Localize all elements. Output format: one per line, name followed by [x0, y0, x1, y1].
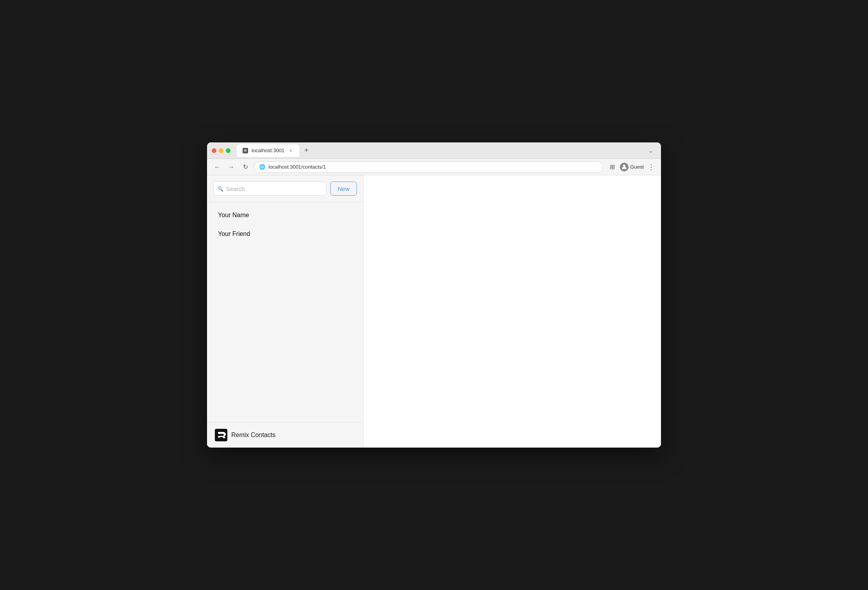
back-button[interactable]: ← — [212, 162, 223, 173]
active-tab[interactable]: R localhost:3001 × — [237, 144, 299, 157]
url-text: localhost:3001/contacts/1 — [268, 164, 326, 170]
favicon-icon: R — [243, 148, 248, 153]
sidebar-header: 🔍 New — [207, 175, 363, 202]
profile-avatar-icon — [620, 163, 628, 171]
minimize-traffic-light[interactable] — [219, 148, 223, 153]
traffic-lights — [212, 148, 231, 153]
tab-bar-right: ⌄ — [645, 146, 656, 155]
tab-bar: R localhost:3001 × + ⌄ — [237, 144, 656, 157]
sidebar-toggle-button[interactable]: ⊞ — [607, 162, 618, 173]
search-wrapper: 🔍 — [213, 182, 326, 196]
tab-chevron-icon[interactable]: ⌄ — [645, 146, 656, 155]
tab-close-button[interactable]: × — [288, 148, 294, 154]
contact-name: Your Name — [218, 212, 249, 218]
contacts-list: Your Name Your Friend — [207, 202, 363, 422]
contact-name: Your Friend — [218, 230, 250, 237]
contact-item[interactable]: Your Name — [210, 206, 360, 224]
remix-logo — [215, 429, 227, 441]
tab-favicon: R — [242, 148, 249, 154]
address-bar[interactable]: 🌐 localhost:3001/contacts/1 — [254, 161, 603, 173]
title-bar: R localhost:3001 × + ⌄ — [207, 142, 661, 159]
nav-right-buttons: ⊞ Guest ⋮ — [607, 162, 656, 173]
sidebar: 🔍 New Your Name Your Friend — [207, 175, 364, 448]
refresh-button[interactable]: ↻ — [240, 162, 251, 173]
tab-title: localhost:3001 — [252, 148, 285, 153]
app-title: Remix Contacts — [231, 432, 276, 439]
maximize-traffic-light[interactable] — [226, 148, 231, 153]
new-contact-button[interactable]: New — [330, 182, 357, 196]
sidebar-footer: Remix Contacts — [207, 422, 363, 448]
new-tab-button[interactable]: + — [301, 145, 312, 156]
page-content: 🔍 New Your Name Your Friend — [207, 175, 661, 448]
nav-bar: ← → ↻ 🌐 localhost:3001/contacts/1 ⊞ Gues… — [207, 159, 661, 175]
main-content — [364, 175, 661, 448]
globe-icon: 🌐 — [259, 164, 265, 170]
browser-window: R localhost:3001 × + ⌄ ← → ↻ 🌐 localhost… — [207, 142, 661, 448]
search-icon: 🔍 — [217, 186, 223, 192]
forward-button[interactable]: → — [226, 162, 237, 173]
close-traffic-light[interactable] — [212, 148, 216, 153]
browser-menu-button[interactable]: ⋮ — [646, 163, 656, 171]
contact-item[interactable]: Your Friend — [210, 225, 360, 243]
profile-button[interactable]: Guest — [620, 163, 644, 171]
profile-label: Guest — [630, 164, 644, 170]
search-input[interactable] — [213, 182, 326, 196]
